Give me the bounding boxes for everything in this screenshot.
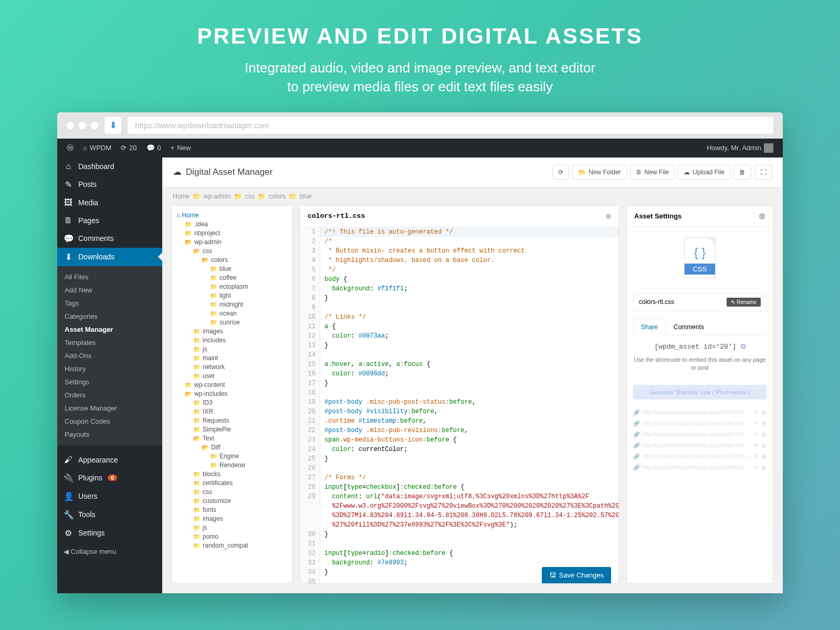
tree-node[interactable]: 📁 ocean xyxy=(176,309,288,318)
sidebar-item-plugins[interactable]: 🔌Plugins 6 xyxy=(57,469,162,487)
rename-button[interactable]: ✎ Rename xyxy=(727,298,761,307)
sidebar-item-settings[interactable]: ⚙Settings xyxy=(57,524,162,542)
sidebar-sub-add-new[interactable]: Add New xyxy=(57,284,162,297)
tree-node[interactable]: 📁 IXR xyxy=(176,407,288,416)
sidebar-sub-all-files[interactable]: All Files xyxy=(57,270,162,284)
tree-node[interactable]: 📁 Renderer xyxy=(176,461,288,470)
comments-count[interactable]: 💬 0 xyxy=(143,144,164,152)
sidebar-item-pages[interactable]: 🗎Pages xyxy=(57,212,162,229)
tree-node[interactable]: 📁 css xyxy=(176,488,288,497)
tree-node[interactable]: 📁 light xyxy=(176,291,288,300)
tree-node[interactable]: 📁 .idea xyxy=(176,220,288,229)
sidebar-item-tools[interactable]: 🔧Tools xyxy=(57,506,162,524)
sidebar-item-dashboard[interactable]: ⌂Dashboard xyxy=(57,158,162,175)
tree-node[interactable]: 📁 pomo xyxy=(176,532,288,541)
edit-link-icon[interactable]: ✎ xyxy=(754,454,758,459)
upload-file-button[interactable]: ☁ Upload File xyxy=(678,165,730,180)
folder-tree[interactable]: ⌂ Home📁 .idea📁 nbproject📂 wp-admin📂 css📂… xyxy=(172,205,292,584)
tree-node[interactable]: 📁 wp-content xyxy=(176,381,288,390)
tree-node[interactable]: 📁 Engine xyxy=(176,452,288,461)
sidebar-sub-license-manager[interactable]: License Manager xyxy=(57,402,162,415)
tree-node[interactable]: 📁 blue xyxy=(176,265,288,274)
sidebar-sub-coupon-codes[interactable]: Coupon Codes xyxy=(57,415,162,428)
close-dot[interactable] xyxy=(67,122,74,129)
editor-close-icon[interactable]: ⊗ xyxy=(606,211,611,222)
edit-link-icon[interactable]: ✎ xyxy=(754,465,758,470)
tree-node[interactable]: 📂 wp-includes xyxy=(176,390,288,398)
sidebar-sub-settings[interactable]: Settings xyxy=(57,375,162,388)
tree-node[interactable]: 📁 SimplePie xyxy=(176,425,288,434)
tree-node[interactable]: 📁 user xyxy=(176,372,288,381)
tree-node[interactable]: 📁 maint xyxy=(176,354,288,363)
updates-count[interactable]: ⟳ 20 xyxy=(118,144,140,152)
wp-logo-icon[interactable]: ⓦ xyxy=(64,143,77,153)
tree-node[interactable]: 📁 ectoplasm xyxy=(176,282,288,291)
tree-node[interactable]: 📁 random_compat xyxy=(176,541,288,550)
new-folder-button[interactable]: 📁 New Folder xyxy=(572,165,626,180)
save-changes-button[interactable]: 🖫 Save Changes xyxy=(542,567,611,583)
max-dot[interactable] xyxy=(91,122,98,129)
tree-node[interactable]: 📁 blocks xyxy=(176,470,288,479)
tree-node[interactable]: 📁 fonts xyxy=(176,506,288,514)
delete-link-icon[interactable]: 🗑 xyxy=(761,410,766,415)
asset-close-icon[interactable]: ⊗ xyxy=(759,211,765,221)
delete-link-icon[interactable]: 🗑 xyxy=(761,432,766,437)
tree-node[interactable]: 📁 nbproject xyxy=(176,229,288,238)
tree-node[interactable]: 📁 network xyxy=(176,363,288,372)
tree-node[interactable]: 📁 js xyxy=(176,345,288,354)
tree-node[interactable]: 📁 ID3 xyxy=(176,398,288,407)
new-file-button[interactable]: 🗎 New File xyxy=(630,165,675,180)
trash-button[interactable]: 🗑 xyxy=(733,165,751,180)
copy-icon[interactable]: ⧉ xyxy=(741,343,746,351)
sidebar-item-posts[interactable]: ✎Posts xyxy=(57,175,162,194)
sidebar-sub-orders[interactable]: Orders xyxy=(57,388,162,402)
breadcrumb-item[interactable]: blue xyxy=(300,193,312,200)
tree-node[interactable]: 📁 midnight xyxy=(176,300,288,309)
tab-share[interactable]: Share xyxy=(633,319,666,335)
sidebar-item-users[interactable]: 👤Users xyxy=(57,487,162,506)
delete-link-icon[interactable]: 🗑 xyxy=(761,465,766,470)
new-content[interactable]: + New xyxy=(167,144,194,152)
tree-home[interactable]: ⌂ Home xyxy=(176,211,288,220)
sidebar-sub-categories[interactable]: Categories xyxy=(57,310,162,323)
breadcrumb-item[interactable]: colors xyxy=(269,193,286,200)
tree-node[interactable]: 📁 images xyxy=(176,327,288,336)
tree-node[interactable]: 📂 css xyxy=(176,247,288,256)
expand-button[interactable]: ⛶ xyxy=(754,165,772,180)
tree-node[interactable]: 📁 images xyxy=(176,514,288,523)
tree-node[interactable]: 📂 wp-admin xyxy=(176,238,288,247)
sidebar-item-downloads[interactable]: ⬇Downloads xyxy=(57,248,162,266)
edit-link-icon[interactable]: ✎ xyxy=(754,421,758,426)
breadcrumb-item[interactable]: css xyxy=(245,193,255,200)
breadcrumb-item[interactable]: wp-admin xyxy=(204,193,231,200)
user-greeting[interactable]: Howdy, Mr. Admin xyxy=(704,143,776,153)
site-name[interactable]: ⌂ WPDM xyxy=(80,144,114,152)
tree-node[interactable]: 📁 sunrise xyxy=(176,318,288,327)
sidebar-item-appearance[interactable]: 🖌Appearance xyxy=(57,451,162,469)
sidebar-item-comments[interactable]: 💬Comments xyxy=(57,229,162,248)
tree-node[interactable]: 📁 Requests xyxy=(176,416,288,425)
tree-node[interactable]: 📂 colors xyxy=(176,256,288,265)
refresh-button[interactable]: ⟳ xyxy=(552,165,569,180)
sidebar-sub-history[interactable]: History xyxy=(57,362,162,375)
tree-node[interactable]: 📁 customize xyxy=(176,497,288,506)
sidebar-sub-asset-manager[interactable]: Asset Manager xyxy=(57,323,162,336)
edit-link-icon[interactable]: ✎ xyxy=(754,432,758,437)
generate-link-button[interactable]: Generate Sharable Link ( Pro Feature ) xyxy=(633,385,766,400)
breadcrumb-item[interactable]: Home xyxy=(173,193,190,200)
sidebar-sub-tags[interactable]: Tags xyxy=(57,297,162,310)
sidebar-sub-payouts[interactable]: Payouts xyxy=(57,428,162,441)
tree-node[interactable]: 📁 certificates xyxy=(176,479,288,488)
tree-node[interactable]: 📁 coffee xyxy=(176,274,288,282)
delete-link-icon[interactable]: 🗑 xyxy=(761,454,766,459)
tab-comments[interactable]: Comments xyxy=(666,319,712,335)
sidebar-sub-add-ons[interactable]: Add-Ons xyxy=(57,349,162,362)
tree-node[interactable]: 📁 includes xyxy=(176,336,288,345)
tree-node[interactable]: 📂 Diff xyxy=(176,443,288,452)
delete-link-icon[interactable]: 🗑 xyxy=(761,421,766,426)
edit-link-icon[interactable]: ✎ xyxy=(754,443,758,448)
tree-node[interactable]: 📁 js xyxy=(176,523,288,532)
min-dot[interactable] xyxy=(79,122,86,129)
collapse-menu[interactable]: ◀ Collapse menu xyxy=(57,542,162,561)
edit-link-icon[interactable]: ✎ xyxy=(754,410,758,415)
